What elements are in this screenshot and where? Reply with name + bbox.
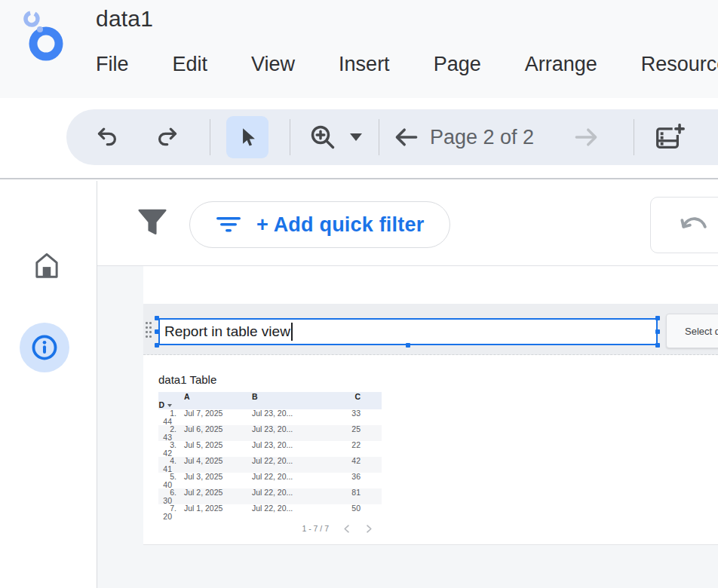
- resize-handle-bottom-right[interactable]: [655, 343, 660, 348]
- pagination-next-button[interactable]: [364, 523, 374, 534]
- menu-item-page[interactable]: Page: [434, 53, 481, 76]
- table-cell: Jul 6, 2025: [181, 424, 249, 433]
- filter-funnel-icon[interactable]: [137, 207, 168, 238]
- pagination-range: 1 - 7 / 7: [302, 524, 329, 533]
- resize-handle-top-left[interactable]: [155, 316, 159, 320]
- looker-studio-logo-icon: [20, 9, 69, 62]
- table-cell: 33: [332, 409, 370, 418]
- redo-button[interactable]: [145, 109, 190, 165]
- resize-handle-mid-left[interactable]: [155, 329, 159, 334]
- home-icon: [32, 250, 62, 280]
- table-row: 6.Jul 2, 2025Jul 22, 20...8130: [158, 488, 382, 504]
- page-indicator: Page 2 of 2: [430, 109, 534, 165]
- menu-item-edit[interactable]: Edit: [173, 53, 208, 76]
- filter-lines-icon: [216, 216, 241, 233]
- menu-bar: FileEditViewInsertPageArrangeResource: [96, 53, 718, 76]
- info-icon: [30, 333, 59, 362]
- report-title-textbox[interactable]: Report in table view: [158, 318, 658, 345]
- select-date-label: Select dat: [685, 326, 718, 337]
- table-cell: 42: [332, 456, 370, 465]
- table-header-C[interactable]: C: [332, 392, 370, 401]
- toolbar-divider: [290, 119, 290, 155]
- previous-page-button[interactable]: [386, 109, 427, 165]
- table-body: 1.Jul 7, 2025Jul 23, 20...33442.Jul 6, 2…: [158, 409, 382, 520]
- table-header-B[interactable]: B: [249, 392, 332, 401]
- add-quick-filter-button[interactable]: + Add quick filter: [189, 201, 450, 248]
- table-header-A[interactable]: A: [181, 392, 249, 401]
- toolbar-divider: [379, 119, 379, 155]
- sort-caret-icon: [167, 404, 172, 407]
- chevron-left-icon: [343, 525, 350, 533]
- undo-button[interactable]: [84, 109, 130, 165]
- table-cell: Jul 22, 20...: [249, 456, 332, 465]
- undo-icon: [96, 127, 118, 147]
- text-cursor: [291, 323, 293, 341]
- menu-item-view[interactable]: View: [251, 53, 295, 76]
- table-cell: 36: [332, 472, 370, 481]
- textbox-row-highlight: Report in table view Select dat: [143, 304, 718, 355]
- info-button[interactable]: [20, 323, 69, 372]
- table-header-row: ABCD: [158, 392, 382, 409]
- arrow-left-icon: [394, 127, 419, 148]
- reset-undo-icon: [680, 215, 710, 236]
- reset-button[interactable]: R: [650, 197, 718, 253]
- toolbar-divider: [210, 119, 210, 155]
- zoom-button[interactable]: [302, 109, 344, 165]
- menu-item-arrange[interactable]: Arrange: [525, 53, 597, 76]
- textbox-text: Report in table view: [160, 323, 290, 340]
- table-row: 3.Jul 5, 2025Jul 23, 20...2242: [158, 441, 382, 457]
- resize-handle-top-right[interactable]: [655, 316, 660, 320]
- chevron-right-icon: [366, 525, 373, 533]
- table-cell: Jul 22, 20...: [249, 488, 332, 497]
- table-cell: 22: [332, 440, 370, 449]
- pagination-prev-button[interactable]: [341, 523, 351, 534]
- resize-handle-bottom-left[interactable]: [155, 343, 159, 348]
- table-row: 5.Jul 3, 2025Jul 22, 20...3640: [158, 473, 382, 488]
- table-row: 2.Jul 6, 2025Jul 23, 20...2543: [158, 425, 382, 441]
- home-button[interactable]: [32, 250, 62, 280]
- left-rail: [0, 181, 97, 588]
- filter-bar: + Add quick filter R: [97, 181, 718, 266]
- table-cell: Jul 5, 2025: [181, 440, 249, 449]
- add-data-button[interactable]: [646, 109, 694, 165]
- table-row: 4.Jul 4, 2025Jul 22, 20...4241: [158, 457, 382, 473]
- table-cell: 20: [158, 512, 181, 521]
- chevron-down-icon: [350, 133, 362, 141]
- table-cell: Jul 22, 20...: [249, 472, 332, 481]
- toolbar-divider: [634, 119, 634, 155]
- table-pagination: 1 - 7 / 7: [158, 520, 382, 534]
- report-title[interactable]: data1: [96, 6, 153, 32]
- table-cell: Jul 3, 2025: [181, 472, 249, 481]
- zoom-dropdown-button[interactable]: [342, 109, 370, 165]
- menu-item-file[interactable]: File: [96, 53, 129, 76]
- add-quick-filter-label: + Add quick filter: [256, 213, 424, 237]
- table-widget[interactable]: data1 Table ABCD 1.Jul 7, 2025Jul 23, 20…: [158, 373, 382, 534]
- arrow-right-icon: [573, 127, 599, 148]
- table-cell: Jul 2, 2025: [181, 488, 249, 497]
- table-cell: 81: [332, 488, 370, 497]
- table-row: 1.Jul 7, 2025Jul 23, 20...3344: [158, 409, 382, 425]
- table-cell: Jul 4, 2025: [181, 456, 249, 465]
- table-cell: Jul 22, 20...: [249, 504, 332, 513]
- table-cell: 25: [332, 424, 370, 433]
- table-cell: 50: [332, 504, 370, 513]
- drag-handle-icon[interactable]: [146, 322, 155, 338]
- table-cell: Jul 1, 2025: [181, 504, 249, 513]
- zoom-in-icon: [309, 124, 336, 151]
- resize-handle-bottom-center[interactable]: [406, 343, 410, 348]
- select-tool-button[interactable]: [226, 116, 268, 158]
- toolbar-row: Page 2 of 2: [0, 98, 718, 179]
- table-cell: Jul 23, 20...: [249, 440, 332, 449]
- add-data-icon: [655, 124, 685, 151]
- table-row: 7.Jul 1, 2025Jul 22, 20...5020: [158, 504, 382, 520]
- cursor-arrow-icon: [239, 127, 256, 147]
- toolbar: Page 2 of 2: [66, 109, 718, 165]
- app-header: data1 FileEditViewInsertPageArrangeResou…: [0, 0, 718, 98]
- resize-handle-mid-right[interactable]: [655, 329, 660, 334]
- report-page[interactable]: Report in table view Select dat data1 Ta…: [143, 266, 718, 545]
- menu-item-resource[interactable]: Resource: [641, 53, 718, 76]
- next-page-button[interactable]: [566, 109, 606, 165]
- menu-item-insert[interactable]: Insert: [339, 53, 390, 76]
- redo-icon: [156, 127, 179, 147]
- select-date-button[interactable]: Select dat: [666, 314, 718, 348]
